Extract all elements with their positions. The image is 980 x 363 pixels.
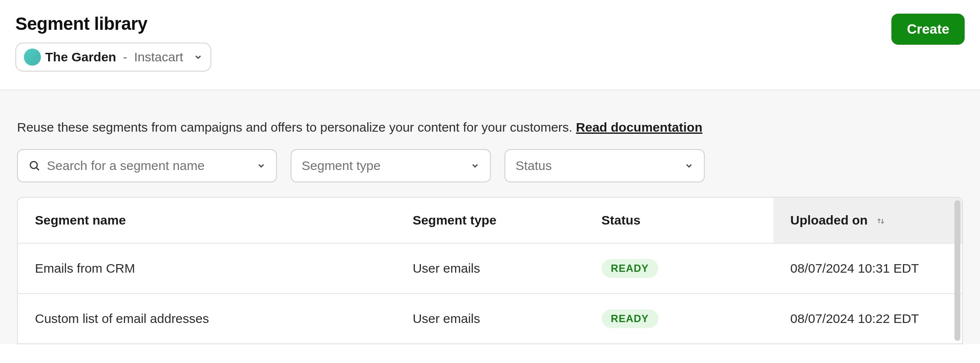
col-status[interactable]: Status bbox=[585, 198, 773, 243]
segment-type-label: Segment type bbox=[302, 158, 464, 173]
search-icon bbox=[28, 159, 41, 172]
svg-point-0 bbox=[30, 161, 37, 168]
sort-icon bbox=[876, 216, 886, 226]
segments-table-container: Segment name Segment type Status Uploade… bbox=[17, 197, 963, 344]
cell-uploaded: 08/07/2024 10:31 EDT bbox=[773, 243, 962, 294]
title-area: Segment library The Garden - Instacart bbox=[15, 14, 211, 72]
status-badge: READY bbox=[602, 259, 658, 278]
cell-segment-name: Custom list of email addresses bbox=[18, 294, 395, 343]
table-row[interactable]: Custom list of email addresses User emai… bbox=[18, 294, 962, 343]
brand-name: The Garden bbox=[45, 50, 116, 64]
page-title: Segment library bbox=[15, 14, 211, 34]
segments-table: Segment name Segment type Status Uploade… bbox=[18, 198, 962, 343]
cell-segment-type: User emails bbox=[395, 243, 584, 294]
col-segment-name[interactable]: Segment name bbox=[18, 198, 395, 243]
search-combo[interactable]: Search for a segment name bbox=[17, 149, 277, 182]
chevron-down-icon bbox=[470, 161, 480, 170]
cell-segment-name: Emails from CRM bbox=[18, 243, 395, 294]
col-uploaded-on[interactable]: Uploaded on bbox=[773, 198, 962, 243]
table-row[interactable]: Emails from CRM User emails READY 08/07/… bbox=[18, 243, 962, 294]
description-row: Reuse these segments from campaigns and … bbox=[17, 120, 963, 135]
chevron-down-icon bbox=[257, 161, 266, 170]
brand-avatar bbox=[24, 49, 41, 66]
cell-segment-type: User emails bbox=[395, 294, 584, 343]
cell-status: READY bbox=[585, 294, 773, 343]
segment-type-filter[interactable]: Segment type bbox=[291, 149, 491, 182]
brand-sub: Instacart bbox=[134, 50, 183, 64]
svg-line-1 bbox=[36, 167, 39, 170]
cell-uploaded: 08/07/2024 10:22 EDT bbox=[773, 294, 962, 343]
col-uploaded-label: Uploaded on bbox=[790, 213, 868, 227]
filters-row: Search for a segment name Segment type S… bbox=[17, 149, 963, 182]
status-badge: READY bbox=[602, 309, 658, 328]
status-filter[interactable]: Status bbox=[504, 149, 705, 182]
col-segment-type[interactable]: Segment type bbox=[395, 198, 584, 243]
table-header-row: Segment name Segment type Status Uploade… bbox=[18, 198, 962, 243]
page-header: Segment library The Garden - Instacart C… bbox=[0, 0, 980, 72]
brand-selector[interactable]: The Garden - Instacart bbox=[15, 43, 211, 72]
search-placeholder: Search for a segment name bbox=[47, 158, 251, 173]
vertical-scrollbar[interactable] bbox=[954, 200, 960, 341]
chevron-down-icon bbox=[684, 161, 694, 170]
documentation-link[interactable]: Read documentation bbox=[576, 120, 703, 134]
content-region: Reuse these segments from campaigns and … bbox=[0, 90, 980, 344]
chevron-down-icon bbox=[193, 52, 203, 62]
status-label: Status bbox=[516, 158, 678, 173]
brand-separator: - bbox=[123, 50, 127, 64]
create-button[interactable]: Create bbox=[891, 14, 965, 45]
description-text: Reuse these segments from campaigns and … bbox=[17, 120, 576, 134]
cell-status: READY bbox=[585, 243, 773, 294]
